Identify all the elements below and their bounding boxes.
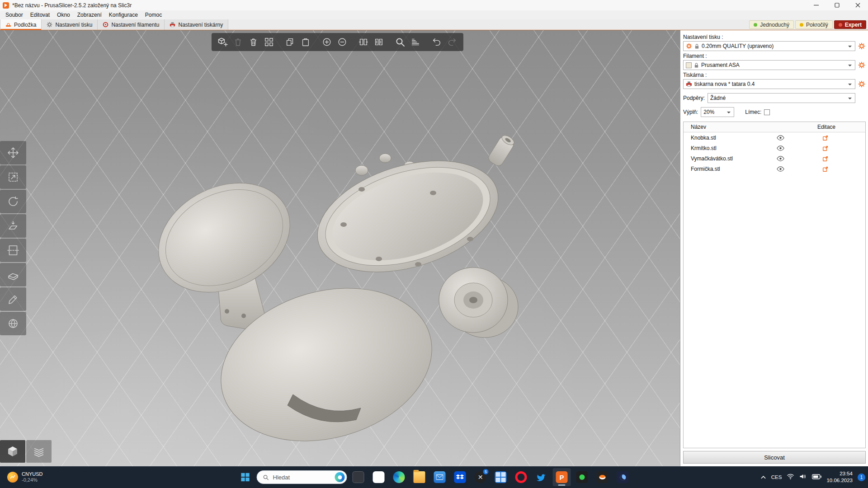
visibility-eye-icon[interactable] [771, 135, 789, 141]
taskbar-app-twitter[interactable] [533, 468, 551, 486]
object-editor-icon[interactable] [816, 166, 835, 172]
manipulation-toolbar [0, 141, 26, 335]
tab-nastaveni-tisku[interactable]: Nastavení tisku [42, 19, 98, 30]
object-row-knobka[interactable]: Knobka.stl [684, 132, 865, 143]
minimize-button[interactable] [806, 0, 826, 10]
prusaslicer-logo-icon [3, 2, 9, 9]
print-settings-gear-button[interactable] [858, 42, 866, 50]
move-tool-button[interactable] [0, 141, 26, 164]
tab-nastaveni-filamentu[interactable]: Nastavení filamentu [98, 19, 165, 30]
undo-button[interactable] [430, 35, 443, 49]
hidden-icons-chevron[interactable] [760, 473, 766, 481]
scale-tool-button[interactable] [0, 165, 26, 189]
model-formicka[interactable] [439, 267, 518, 338]
brim-checkbox[interactable] [764, 109, 770, 115]
menu-editovat[interactable]: Editovat [27, 10, 53, 19]
delete-object-button[interactable] [231, 35, 245, 49]
split-to-objects-button[interactable] [357, 35, 370, 49]
supports-combo[interactable]: Žádné [708, 93, 855, 103]
model-krmitko[interactable] [304, 133, 516, 292]
preset-gear-icon [686, 43, 692, 49]
print-settings-combo[interactable]: 0.20mm QUALITY (upraveno) [683, 41, 855, 51]
taskbar-app-moon[interactable] [614, 468, 632, 486]
notification-badge: 5 [483, 469, 489, 475]
taskbar-app-chat[interactable] [370, 468, 388, 486]
search-button[interactable] [393, 35, 407, 49]
volume-icon[interactable] [799, 473, 807, 482]
menu-pomoc[interactable]: Pomoc [142, 10, 165, 19]
variable-layer-height-button[interactable] [409, 35, 422, 49]
rotate-tool-button[interactable] [0, 190, 26, 213]
cut-tool-button[interactable] [0, 239, 26, 262]
slice-button[interactable]: Slicovat [683, 451, 866, 464]
object-row-formicka[interactable]: Formička.stl [684, 164, 865, 174]
arrange-button[interactable] [262, 35, 276, 49]
tab-podlozka[interactable]: Podložka [0, 19, 42, 30]
remove-instance-button[interactable] [335, 35, 349, 49]
paste-button[interactable] [299, 35, 312, 49]
mode-expert[interactable]: Expert [834, 20, 866, 29]
menu-soubor[interactable]: Soubor [2, 10, 27, 19]
file-explorer-icon [414, 471, 425, 483]
copy-button[interactable] [283, 35, 297, 49]
paint-supports-tool-button[interactable] [0, 263, 26, 286]
taskbar-app-mail[interactable] [431, 468, 449, 486]
taskbar-app-opera[interactable] [512, 468, 530, 486]
taskbar-app-dropbox[interactable] [451, 468, 469, 486]
infill-combo[interactable]: 20% [701, 107, 734, 117]
tabbar: Podložka Nastavení tisku Nastavení filam… [0, 19, 868, 30]
taskbar-app-edge[interactable] [390, 468, 408, 486]
cube-icon [6, 445, 19, 458]
start-button[interactable] [236, 468, 255, 486]
delete-all-button[interactable] [247, 35, 260, 49]
object-row-vymackavatko[interactable]: Vymačkávátko.stl [684, 153, 865, 164]
visibility-eye-icon[interactable] [771, 156, 789, 161]
wifi-icon[interactable] [787, 473, 794, 481]
redo-button[interactable] [445, 35, 459, 49]
object-editor-icon[interactable] [816, 155, 835, 162]
add-instance-button[interactable] [320, 35, 334, 49]
filament-combo[interactable]: Prusament ASA [683, 60, 855, 70]
visibility-eye-icon[interactable] [771, 166, 789, 172]
taskbar-app-prusaslicer[interactable]: P [553, 468, 571, 486]
3d-editor-view-button[interactable] [0, 440, 25, 463]
taskbar-app-xbox[interactable]: ✕ 5 [472, 468, 490, 486]
battery-icon[interactable] [812, 473, 821, 481]
keyboard-language[interactable]: CES [771, 474, 782, 480]
mmu-painting-tool-button[interactable] [0, 312, 26, 335]
layers-preview-button[interactable] [26, 440, 52, 463]
prusaslicer-taskbar-icon: P [556, 471, 568, 483]
taskbar-app-terminal[interactable] [349, 468, 368, 486]
tab-nastaveni-tiskarny[interactable]: Nastavení tiskárny [165, 19, 228, 30]
taskbar-app-photos[interactable] [492, 468, 510, 486]
menu-zobrazeni[interactable]: Zobrazení [74, 10, 105, 19]
add-object-button[interactable] [216, 35, 230, 49]
widget-change: -0,24% [22, 477, 42, 483]
filament-gear-button[interactable] [858, 61, 866, 69]
taskbar-app-blender[interactable] [594, 468, 612, 486]
maximize-button[interactable] [826, 0, 847, 10]
split-to-parts-button[interactable] [372, 35, 386, 49]
taskbar-app-green[interactable] [573, 468, 591, 486]
widgets-button[interactable]: CNYUSD -0,24% [5, 466, 45, 488]
taskbar-app-file-explorer[interactable] [410, 468, 429, 486]
seam-painting-tool-button[interactable] [0, 287, 26, 311]
3d-viewport[interactable] [0, 30, 680, 466]
notification-count-badge[interactable]: 1 [858, 474, 865, 481]
object-row-krmitko[interactable]: Krmítko.stl [684, 143, 865, 153]
mode-simple[interactable]: Jednoduchý [749, 20, 794, 29]
menu-okno[interactable]: Okno [53, 10, 74, 19]
taskbar-search-box[interactable]: Hledat [257, 470, 347, 484]
visibility-eye-icon[interactable] [771, 145, 789, 151]
printer-gear-button[interactable] [858, 80, 866, 88]
object-editor-icon[interactable] [816, 145, 835, 151]
close-button[interactable] [847, 0, 868, 10]
taskbar-clock[interactable]: 23:54 10.06.2023 [826, 470, 853, 484]
mode-advanced[interactable]: Pokročilý [795, 20, 833, 29]
lock-icon [694, 43, 699, 49]
edit-column-header: Editace [817, 124, 835, 130]
printer-combo[interactable]: tiskarna nova * tatara 0.4 [683, 79, 855, 89]
object-editor-icon[interactable] [816, 135, 835, 141]
menu-konfigurace[interactable]: Konfigurace [105, 10, 142, 19]
place-on-face-tool-button[interactable] [0, 214, 26, 238]
